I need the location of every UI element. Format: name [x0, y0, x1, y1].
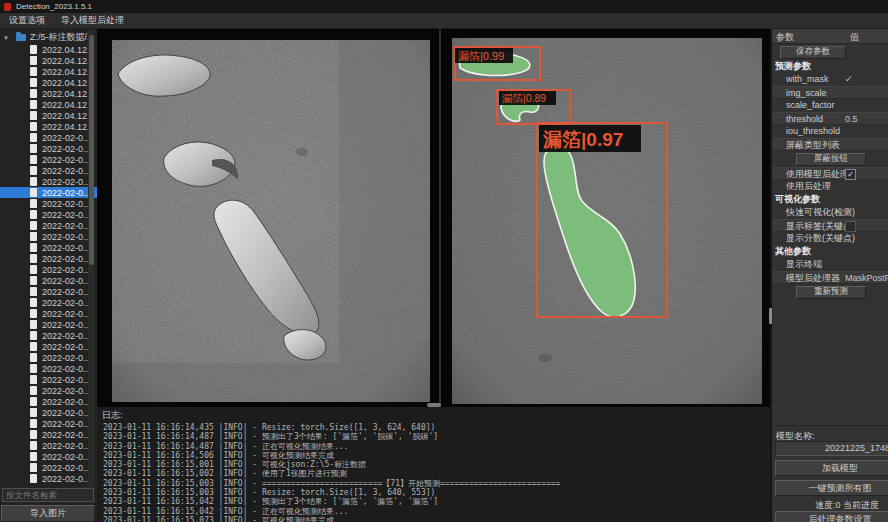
tree-item[interactable]: 2022-02-0... — [0, 374, 97, 385]
tree-item[interactable]: 2022-02-0... — [0, 396, 97, 407]
tree-item[interactable]: 2022-02-0... — [0, 308, 97, 319]
tree-item[interactable]: 2022.04.12... — [0, 55, 97, 66]
postprocess-settings-button[interactable]: 后处理参数设置 — [775, 511, 888, 522]
tree-item[interactable]: 2022-02-0... — [0, 473, 97, 484]
param-row[interactable]: 屏蔽类型列表 — [772, 138, 888, 151]
import-images-button[interactable]: 导入图片 — [1, 505, 95, 522]
tree-item[interactable]: 2022-02-0... — [0, 407, 97, 418]
tree-item[interactable]: 2022-02-0... — [0, 330, 97, 341]
param-row[interactable]: 显示分数(关键点) — [772, 232, 888, 245]
tree-item[interactable]: 2022.04.12... — [0, 77, 97, 88]
tree-item[interactable]: 2022-02-0... — [0, 198, 97, 209]
tree-root-item[interactable]: ▾ Z:/5-标注数据/... — [0, 29, 97, 44]
file-icon — [30, 111, 37, 120]
tree-item-label: 2022.04.12... — [42, 100, 95, 110]
tree-item[interactable]: 2022-02-0... — [0, 462, 97, 473]
param-checkbox[interactable] — [845, 221, 856, 232]
tree-item[interactable]: 2022-02-0... — [0, 154, 97, 165]
prediction-image-canvas[interactable]: 漏箔|0.99 漏箔|0.89 漏箔|0.97 — [452, 38, 762, 404]
tree-item[interactable]: 2022-02-0... — [0, 385, 97, 396]
folder-icon — [16, 34, 26, 41]
tree-item[interactable]: 2022.04.12... — [0, 44, 97, 55]
file-icon — [30, 100, 37, 109]
tree-item[interactable]: 2022.04.12... — [0, 99, 97, 110]
file-icon — [30, 441, 37, 450]
load-model-button[interactable]: 加载模型 — [775, 460, 888, 476]
param-action-button[interactable]: 重新预测 — [796, 286, 866, 299]
param-row[interactable]: iou_threshold — [772, 125, 888, 138]
tree-item[interactable]: 2022-02-0... — [0, 418, 97, 429]
tree-item-label: 2022-02-0... — [42, 144, 91, 154]
file-icon — [30, 309, 37, 318]
param-action-button[interactable]: 屏蔽按钮 — [796, 153, 866, 166]
file-icon — [30, 122, 37, 131]
param-row[interactable]: 使用后处理 — [772, 180, 888, 193]
tree-root-label: Z:/5-标注数据/... — [30, 31, 95, 44]
param-row[interactable]: threshold0.5 — [772, 112, 888, 125]
model-name-field[interactable]: 20221225_174813 — [775, 441, 888, 456]
tree-item-label: 2022-02-0... — [42, 364, 91, 374]
tree-item[interactable]: 2022-02-0... — [0, 264, 97, 275]
tree-item[interactable]: 2022-02-0... — [0, 231, 97, 242]
tree-item[interactable]: 2022-02-0... — [0, 165, 97, 176]
tree-item[interactable]: 2022-02-0... — [0, 319, 97, 330]
file-icon — [30, 430, 37, 439]
tree-item[interactable]: 2022-02-0... — [0, 220, 97, 231]
file-icon — [30, 452, 37, 461]
filename-search-input[interactable] — [2, 488, 94, 502]
log-output[interactable]: 2023-01-11 16:16:14,435 |INFO| - Resize:… — [97, 423, 770, 522]
tree-scrollbar[interactable] — [88, 29, 94, 487]
param-row[interactable]: 显示终端 — [772, 258, 888, 271]
param-row[interactable]: 快速可视化(检测) — [772, 206, 888, 219]
tree-item[interactable]: 2022-02-0... — [0, 209, 97, 220]
tree-scrollbar-thumb[interactable] — [89, 35, 94, 265]
file-icon — [30, 320, 37, 329]
param-row[interactable]: with_mask✓ — [772, 73, 888, 86]
detection-label: 漏箔|0.89 — [502, 92, 546, 104]
param-label: 显示终端 — [786, 258, 822, 271]
file-icon — [30, 210, 37, 219]
tree-item[interactable]: 2022-02-0... — [0, 286, 97, 297]
tree-item-label: 2022.04.12... — [42, 111, 95, 121]
param-row[interactable]: 显示标签(关键点) — [772, 219, 888, 232]
tree-item[interactable]: 2022-02-0... — [0, 429, 97, 440]
tree-item[interactable]: 2022-02-0... — [0, 363, 97, 374]
predict-all-button[interactable]: 一键预测所有图 — [775, 480, 888, 496]
tree-item[interactable]: 2022-02-0... — [0, 451, 97, 462]
menu-settings[interactable]: 设置选项 — [9, 14, 45, 27]
param-row[interactable]: 模型后处理器MaskPostPro — [772, 271, 888, 284]
param-checkbox[interactable]: ✓ — [845, 169, 856, 180]
tree-item-label: 2022-02-0... — [42, 287, 91, 297]
tree-item[interactable]: 2022.04.12... — [0, 121, 97, 132]
file-icon — [30, 397, 37, 406]
tree-item[interactable]: 2022-02-0... — [0, 352, 97, 363]
tree-item[interactable]: 2022-02-0... — [0, 143, 97, 154]
param-action-button[interactable]: 保存参数 — [780, 46, 846, 59]
param-label: 使用后处理 — [786, 180, 831, 193]
file-icon — [30, 67, 37, 76]
tree-item[interactable]: 2022-02-0... — [0, 341, 97, 352]
tree-item[interactable]: 2022-02-0... — [0, 253, 97, 264]
file-tree[interactable]: ▾ Z:/5-标注数据/... 2022.04.12...2022.04.12.… — [0, 29, 97, 487]
title-bar: Detection_2023.1.5.1 — [0, 0, 888, 13]
tree-item[interactable]: 2022-02-0... — [0, 176, 97, 187]
tree-item[interactable]: 2022-02-0... — [0, 440, 97, 451]
tree-item[interactable]: 2022-02-0... — [0, 242, 97, 253]
file-icon — [30, 199, 37, 208]
tree-item[interactable]: 2022.04.12... — [0, 88, 97, 99]
tree-item[interactable]: 2022.04.12... — [0, 66, 97, 77]
param-row[interactable]: img_scale — [772, 86, 888, 99]
tree-item[interactable]: 2022.04.12... — [0, 110, 97, 121]
file-icon — [30, 166, 37, 175]
tree-item[interactable]: 2022-02-0... — [0, 297, 97, 308]
tree-item[interactable]: 2022-02-0... — [0, 275, 97, 286]
app-window: Detection_2023.1.5.1 设置选项 导入模型后处理 ▾ Z:/5… — [0, 0, 888, 522]
tree-item[interactable]: 2022-02-0... — [0, 132, 97, 143]
menu-import-postprocess[interactable]: 导入模型后处理 — [61, 14, 124, 27]
original-image-canvas[interactable] — [112, 40, 430, 402]
param-row[interactable]: 使用模型后处理✓ — [772, 167, 888, 180]
param-row[interactable]: scale_factor — [772, 99, 888, 112]
tree-item[interactable]: 2022-02-0... — [0, 187, 97, 198]
param-button-row: 重新预测 — [772, 284, 888, 300]
collapse-arrow-icon[interactable]: ▾ — [2, 34, 10, 42]
